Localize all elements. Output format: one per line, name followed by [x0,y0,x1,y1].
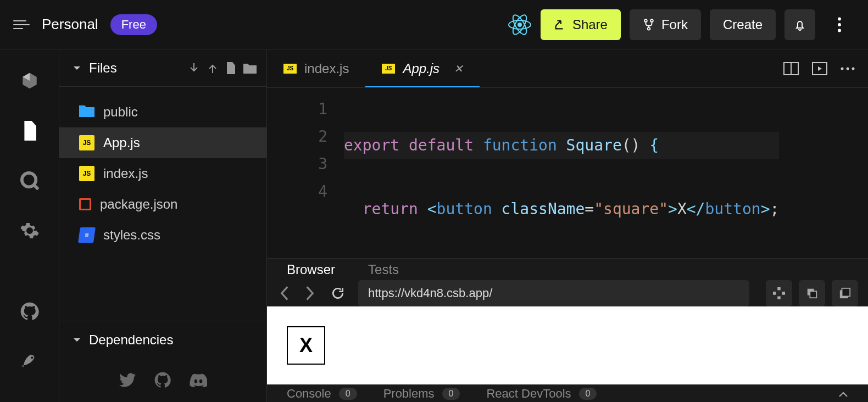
open-window-icon[interactable] [832,280,858,306]
svg-point-7 [838,17,841,20]
folder-icon [79,104,94,120]
share-label: Share [572,17,608,32]
file-label: index.js [103,166,148,181]
tab-App-js[interactable]: JSApp.js✕ [365,49,480,87]
tab-label: index.js [304,61,349,76]
menu-button[interactable] [13,20,30,29]
editor-more-icon[interactable] [841,66,855,71]
svg-rect-22 [777,297,781,300]
svg-point-0 [518,23,522,27]
svg-point-5 [650,19,653,22]
svg-point-4 [644,19,647,22]
code-editor[interactable]: 1 2 3 4 export default function Square()… [267,88,868,258]
svg-rect-26 [842,288,850,297]
file-label: package.json [100,197,177,212]
share-button[interactable]: Share [541,9,621,40]
svg-rect-20 [773,292,776,295]
fork-label: Fork [661,17,688,32]
layout-icon[interactable] [766,280,792,306]
svg-point-6 [648,27,650,30]
svg-rect-24 [810,292,816,298]
preview-tab-tests[interactable]: Tests [368,262,399,277]
css-icon: ≡ [79,227,94,243]
address-bar[interactable] [358,280,749,306]
preview-tab-browser[interactable]: Browser [287,262,335,277]
json-icon [79,198,91,210]
upload-icon[interactable] [207,62,218,74]
copy-icon[interactable] [799,280,825,306]
activity-files-icon[interactable] [21,121,38,141]
svg-rect-21 [782,292,786,295]
js-icon: JS [382,64,395,74]
close-tab-icon[interactable]: ✕ [454,62,463,75]
line-number: 1 [267,96,327,123]
tab-label: App.js [403,61,439,76]
notifications-button[interactable] [784,9,815,40]
js-icon: JS [79,135,94,150]
chevron-down-icon[interactable] [73,64,81,72]
file-styles-css[interactable]: ≡styles.css [59,220,266,250]
activity-github-icon[interactable] [20,302,39,321]
nav-forward-icon[interactable] [302,286,318,300]
file-public[interactable]: public [59,97,266,127]
download-icon[interactable] [188,62,199,74]
activity-sandbox-icon[interactable] [20,71,39,90]
line-number: 4 [267,178,327,205]
svg-rect-19 [777,287,781,291]
js-icon: JS [79,166,94,181]
create-button[interactable]: Create [710,9,776,40]
file-label: styles.css [103,227,160,243]
square-button[interactable]: X [287,326,325,365]
react-logo-icon [508,13,532,37]
activity-deploy-icon[interactable] [20,351,39,370]
svg-point-16 [841,67,844,70]
svg-point-10 [21,173,36,187]
file-App-js[interactable]: JSApp.js [59,127,266,158]
line-number: 3 [267,150,327,178]
workspace-name[interactable]: Personal [42,16,98,33]
reload-icon[interactable] [327,286,348,300]
dependencies-label: Dependencies [89,332,173,348]
files-section-title: Files [89,60,181,76]
github-social-icon[interactable] [154,372,171,388]
console-panel-button[interactable]: Console 0 [287,387,357,401]
svg-point-18 [852,67,855,70]
dependencies-section[interactable]: Dependencies [59,321,266,358]
discord-icon[interactable] [190,373,207,387]
tab-index-js[interactable]: JSindex.js [267,49,365,87]
new-file-icon[interactable] [226,62,236,74]
preview-viewport: X [267,306,868,384]
svg-point-17 [847,67,849,70]
file-label: public [103,104,138,120]
activity-search-icon[interactable] [20,171,39,190]
twitter-icon[interactable] [119,373,136,387]
plan-badge: Free [110,14,157,35]
file-index-js[interactable]: JSindex.js [59,158,266,189]
js-icon: JS [283,64,297,74]
expand-panel-icon[interactable] [838,387,848,401]
file-package-json[interactable]: package.json [59,189,266,220]
svg-point-11 [31,356,33,359]
nav-back-icon[interactable] [277,286,292,300]
problems-panel-button[interactable]: Problems 0 [383,387,460,401]
svg-marker-15 [818,66,822,71]
file-label: App.js [103,135,140,150]
svg-point-8 [838,23,841,26]
svg-point-9 [838,29,841,32]
create-label: Create [723,17,763,32]
preview-toggle-icon[interactable] [812,62,827,75]
split-editor-icon[interactable] [783,62,799,75]
fork-button[interactable]: Fork [630,9,701,40]
more-button[interactable] [824,9,855,40]
activity-settings-icon[interactable] [20,221,40,241]
new-folder-icon[interactable] [243,63,257,74]
devtools-panel-button[interactable]: React DevTools 0 [486,387,597,401]
line-number: 2 [267,123,327,150]
